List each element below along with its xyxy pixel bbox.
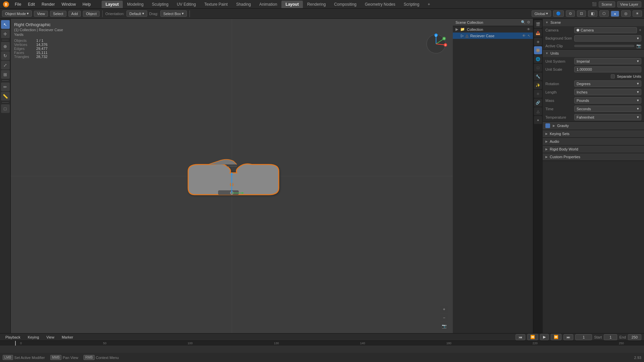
- prop-tab-output[interactable]: 📤: [534, 29, 542, 37]
- tab-geometry-nodes[interactable]: Geometry Nodes: [361, 1, 399, 8]
- tab-scripting[interactable]: Scripting: [399, 1, 423, 8]
- jump-end-btn[interactable]: ⏭: [564, 334, 573, 340]
- select-box-btn[interactable]: Select Box ▾: [160, 10, 187, 17]
- tab-uv-editing[interactable]: UV Editing: [173, 1, 200, 8]
- select-tool[interactable]: ↖: [1, 20, 10, 29]
- rigid-body-header[interactable]: ▶ Rigid Body World: [543, 145, 644, 153]
- scene-selector[interactable]: Scene: [599, 1, 615, 7]
- tab-animation[interactable]: Animation: [255, 1, 281, 8]
- length-field[interactable]: Inches ▾: [574, 89, 641, 95]
- receiver-visibility[interactable]: 👁: [522, 34, 526, 38]
- orientation-selector[interactable]: Default ▾: [126, 10, 147, 17]
- jump-start-btn[interactable]: ⏮: [516, 334, 525, 340]
- prop-tab-material[interactable]: ●: [534, 116, 542, 124]
- outliner-item-receiver-case[interactable]: ▷ △ Reciever Case 👁 ↖: [453, 33, 533, 39]
- view-layer-selector[interactable]: View Layer: [617, 1, 641, 7]
- playback-menu[interactable]: Playback: [3, 335, 23, 340]
- bg-scene-field[interactable]: ▾: [574, 35, 641, 42]
- tab-sculpting[interactable]: Sculpting: [148, 1, 172, 8]
- xray-btn[interactable]: ◧: [588, 10, 597, 17]
- view-menu-timeline[interactable]: View: [44, 335, 57, 340]
- overlay-btn[interactable]: ⊡: [577, 10, 586, 17]
- unit-scale-field[interactable]: 1.000000: [574, 66, 641, 72]
- keying-sets-header[interactable]: ▶ Keying Sets: [543, 130, 644, 137]
- menu-help[interactable]: Help: [80, 1, 94, 7]
- time-field[interactable]: Seconds ▾: [574, 106, 641, 112]
- material-btn[interactable]: ◎: [621, 10, 631, 17]
- object-menu[interactable]: Object: [83, 11, 100, 17]
- menu-edit[interactable]: Edit: [25, 1, 38, 7]
- add-menu[interactable]: Add: [68, 11, 81, 17]
- camera-field[interactable]: Camera: [574, 27, 637, 33]
- global-selector[interactable]: Global ▾: [532, 10, 551, 17]
- prop-tab-object[interactable]: □: [534, 64, 542, 72]
- frame-end[interactable]: 250: [628, 334, 641, 340]
- proportional-btn[interactable]: ⊙: [566, 10, 575, 17]
- mass-field[interactable]: Pounds ▾: [574, 97, 641, 104]
- solid-btn[interactable]: ●: [611, 11, 619, 17]
- snap-btn[interactable]: 🔵: [553, 10, 564, 17]
- prop-tab-particles[interactable]: ✨: [534, 81, 542, 89]
- transform-tool[interactable]: ⊞: [1, 70, 10, 79]
- marker-menu[interactable]: Marker: [59, 335, 76, 340]
- menu-window[interactable]: Window: [59, 1, 78, 7]
- frame-start[interactable]: 1: [604, 334, 617, 340]
- separate-units-checkbox[interactable]: [611, 74, 615, 78]
- outliner-item-collection[interactable]: ▶ 📁 Collection 👁: [453, 26, 533, 33]
- rotate-tool[interactable]: ↻: [1, 51, 10, 60]
- prop-tab-render[interactable]: 🎬: [534, 20, 542, 28]
- receiver-select[interactable]: ↖: [528, 34, 530, 38]
- mode-select[interactable]: Object Mode ▾: [2, 10, 32, 17]
- zoom-out-btn[interactable]: −: [440, 314, 448, 321]
- menu-render[interactable]: Render: [39, 1, 57, 7]
- scale-tool[interactable]: ⤢: [1, 61, 10, 69]
- active-clip-field[interactable]: [574, 45, 634, 47]
- camera-add-icon[interactable]: +: [639, 28, 641, 33]
- tab-add[interactable]: +: [424, 1, 434, 8]
- tab-shading[interactable]: Shading: [232, 1, 255, 8]
- nav-gizmo[interactable]: Z Y X: [424, 32, 448, 56]
- play-btn[interactable]: ▶: [540, 334, 549, 340]
- custom-props-header[interactable]: ▶ Custom Properties: [543, 153, 644, 161]
- units-section-header[interactable]: ▼ Units: [543, 50, 644, 57]
- rotation-field[interactable]: Degrees ▾: [574, 80, 641, 87]
- scene-section-header[interactable]: ▼ Scene: [543, 19, 644, 26]
- zoom-in-btn[interactable]: +: [440, 306, 448, 313]
- current-frame[interactable]: 1: [575, 334, 592, 340]
- tab-modeling[interactable]: Modeling: [123, 1, 148, 8]
- prop-tab-constraints[interactable]: 🔗: [534, 99, 542, 107]
- prop-tab-data[interactable]: △: [534, 107, 542, 115]
- active-clip-icon[interactable]: 📷: [636, 44, 641, 48]
- prop-tab-view-layer[interactable]: ◈: [534, 38, 542, 46]
- unit-system-field[interactable]: Imperial ▾: [574, 58, 641, 64]
- visibility-icon[interactable]: 👁: [527, 27, 530, 31]
- temperature-field[interactable]: Fahrenheit ▾: [574, 114, 641, 120]
- camera-view-btn[interactable]: 📷: [440, 322, 448, 330]
- menu-file[interactable]: File: [12, 1, 24, 7]
- prop-tab-scene[interactable]: 🔆: [534, 46, 542, 54]
- measure-tool[interactable]: 📏: [1, 92, 10, 101]
- next-frame-btn[interactable]: ⏩: [551, 334, 561, 340]
- gravity-checkbox[interactable]: [545, 123, 550, 128]
- outliner-filter-icon[interactable]: 🔍: [521, 20, 526, 24]
- annotate-tool[interactable]: ✏: [1, 82, 10, 91]
- view-menu[interactable]: View: [34, 11, 48, 17]
- move-tool[interactable]: ⊕: [1, 42, 10, 51]
- outliner-options-icon[interactable]: ⚙: [527, 20, 530, 24]
- cursor-tool[interactable]: ✛: [1, 29, 10, 38]
- wireframe-btn[interactable]: ⬡: [599, 10, 609, 17]
- tab-rendering[interactable]: Rendering: [303, 1, 330, 8]
- add-cube-tool[interactable]: □: [1, 104, 10, 113]
- rendered-btn[interactable]: ☀: [633, 10, 642, 17]
- prop-tab-physics[interactable]: ⚛: [534, 90, 542, 98]
- prop-tab-world[interactable]: 🌐: [534, 55, 542, 63]
- audio-section-header[interactable]: ▶ Audio: [543, 138, 644, 145]
- keying-menu[interactable]: Keying: [25, 335, 42, 340]
- tab-texture-paint[interactable]: Texture Paint: [200, 1, 232, 8]
- 3d-object[interactable]: [175, 155, 289, 202]
- prev-frame-btn[interactable]: ⏪: [527, 334, 538, 340]
- tab-compositing[interactable]: Compositing: [330, 1, 361, 8]
- select-menu[interactable]: Select: [50, 11, 66, 17]
- 3d-viewport[interactable]: Right Orthographic (1) Collection | Reci…: [11, 19, 453, 333]
- tab-active-layout[interactable]: Layout: [281, 1, 303, 8]
